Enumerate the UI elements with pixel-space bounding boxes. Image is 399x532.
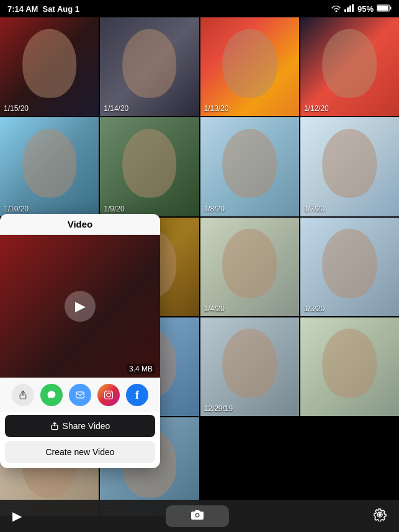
date-label: 1/13/20	[204, 104, 229, 113]
svg-point-11	[110, 392, 112, 393]
share-icons-row: f	[0, 378, 160, 412]
battery-level: 95%	[357, 4, 374, 14]
photo-cell[interactable]: 1/13/20	[200, 17, 299, 116]
face-shape	[323, 129, 377, 198]
mail-button[interactable]	[69, 384, 91, 406]
settings-button[interactable]	[373, 508, 387, 525]
face-shape	[22, 29, 77, 97]
camera-button[interactable]	[166, 505, 229, 527]
face-shape	[323, 329, 377, 397]
face-shape	[22, 129, 77, 198]
svg-rect-5	[390, 6, 392, 9]
facebook-button[interactable]: f	[126, 384, 148, 406]
photo-cell[interactable]: 1/9/20	[100, 117, 199, 216]
face-shape	[122, 129, 177, 198]
face-shape	[222, 29, 277, 97]
date-label: 12/29/19	[204, 404, 233, 413]
status-time: 7:14 AM Sat Aug 1	[7, 4, 79, 14]
face-shape	[222, 129, 277, 198]
messages-button[interactable]	[40, 384, 63, 406]
face-shape	[323, 229, 377, 298]
date-label: 1/15/20	[4, 104, 29, 113]
date-label: 1/9/20	[104, 205, 124, 213]
share-video-button[interactable]: Share Video	[5, 415, 155, 437]
photo-cell[interactable]: 1/10/20	[0, 117, 99, 216]
svg-rect-2	[349, 6, 351, 12]
battery-icon	[377, 4, 392, 14]
wifi-icon	[331, 4, 341, 14]
photo-cell[interactable]: 1/3/20	[300, 218, 399, 316]
date-label: 1/8/20	[204, 205, 225, 213]
photo-cell[interactable]	[300, 317, 399, 416]
date-label: 1/10/20	[4, 205, 29, 213]
photo-cell[interactable]: 12/29/19	[200, 317, 299, 416]
face-shape	[222, 329, 277, 397]
signal-icon	[344, 4, 354, 14]
date-label: 1/14/20	[104, 104, 128, 113]
svg-rect-3	[352, 4, 354, 12]
photo-cell[interactable]: 1/8/20	[200, 117, 299, 216]
bottom-bar: ▶	[0, 500, 399, 532]
date-label: 1/7/20	[304, 205, 325, 213]
svg-point-10	[107, 393, 110, 397]
create-video-button[interactable]: Create new Video	[5, 441, 155, 463]
photo-cell[interactable]: 1/15/20	[0, 17, 99, 116]
photo-cell[interactable]: 1/12/20	[300, 17, 399, 116]
svg-point-14	[196, 514, 199, 516]
svg-rect-1	[347, 7, 349, 12]
instagram-button[interactable]	[97, 384, 120, 406]
face-shape	[323, 29, 377, 97]
face-shape	[222, 229, 277, 298]
photo-cell[interactable]: 1/14/20	[100, 17, 199, 116]
popup-title: Video	[0, 214, 160, 235]
play-button[interactable]: ▶	[65, 291, 96, 322]
photo-cell[interactable]: 1/7/20	[300, 117, 399, 216]
date-label: 1/12/20	[304, 104, 329, 113]
svg-rect-6	[377, 6, 388, 11]
photo-cell[interactable]: 1/4/20	[200, 218, 299, 316]
play-button-bottom[interactable]: ▶	[12, 508, 22, 523]
date-label: 1/4/20	[204, 304, 225, 313]
status-right: 95%	[331, 4, 392, 14]
video-preview[interactable]: ▶ 3.4 MB	[0, 235, 160, 378]
svg-rect-8	[76, 392, 84, 398]
svg-point-15	[379, 513, 382, 516]
video-size: 3.4 MB	[127, 364, 155, 374]
date-label: 1/3/20	[304, 304, 325, 313]
video-popup: Video ▶ 3.4 MB	[0, 214, 160, 468]
status-bar: 7:14 AM Sat Aug 1 95%	[0, 0, 399, 17]
share-system-button[interactable]	[12, 384, 34, 406]
svg-rect-0	[344, 9, 346, 12]
face-shape	[122, 29, 177, 97]
